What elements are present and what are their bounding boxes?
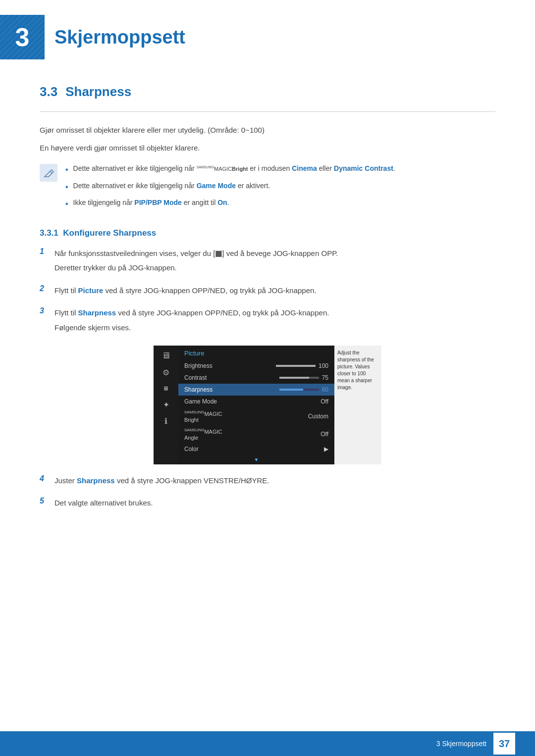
page-header: 3 Skjermoppsett	[0, 0, 535, 69]
note-item-2: • Dette alternativet er ikke tilgjengeli…	[65, 180, 495, 194]
notes-box: • Dette alternativet er ikke tilgjengeli…	[40, 163, 495, 214]
chapter-number: 3	[15, 22, 30, 52]
step-1: 1 Når funksjonsstastveiledningen vises, …	[40, 247, 495, 276]
footer-chapter-label: 3 Skjermoppsett	[436, 740, 486, 748]
on-highlight: On	[217, 199, 227, 206]
magic-bright-value: Custom	[308, 413, 328, 420]
monitor-tooltip: Adjust the sharpness of the picture. Val…	[334, 346, 381, 464]
step-text-3: Flytt til Sharpness ved å styre JOG-knap…	[54, 306, 329, 336]
sharpness-bar-container: 60	[279, 386, 328, 393]
sharpness-highlight-3: Sharpness	[78, 308, 116, 317]
page-footer: 3 Skjermoppsett 37	[0, 731, 535, 756]
step-2: 2 Flytt til Picture ved å styre JOG-knap…	[40, 284, 495, 299]
main-content: 3.3 Sharpness Gjør omrisset til objekter…	[0, 84, 535, 559]
picture-highlight: Picture	[78, 286, 104, 295]
note-text-3: Ikke tilgjengelig når PIP/PBP Mode er an…	[73, 197, 229, 208]
sharpness-label: Sharpness	[184, 386, 213, 393]
chapter-title: Skjermoppsett	[54, 27, 185, 48]
note-item-1: • Dette alternativet er ikke tilgjengeli…	[65, 163, 495, 176]
step-text-1: Når funksjonsstastveiledningen vises, ve…	[54, 247, 338, 276]
subsection-heading: 3.3.1 Konfigurere Sharpness	[40, 228, 495, 238]
magic-bright-label: SAMSUNGMAGICBright	[184, 410, 222, 423]
bullet-2: •	[65, 181, 68, 194]
game-mode-highlight: Game Mode	[197, 182, 236, 190]
subsection-number: 3.3.1	[40, 228, 58, 238]
subsection-title: Konfigurere Sharpness	[63, 228, 156, 238]
pip-pbp-highlight: PIP/PBP Mode	[134, 199, 181, 206]
note-text-2: Dette alternativet er ikke tilgjengelig …	[73, 180, 270, 191]
chapter-block: 3	[0, 15, 45, 59]
step-5: 5 Det valgte alternativet brukes.	[40, 497, 495, 511]
step-number-1: 1	[40, 247, 54, 256]
note-icon	[40, 164, 57, 182]
contrast-label: Contrast	[184, 374, 207, 381]
section-heading: 3.3 Sharpness	[40, 84, 495, 100]
menu-item-brightness: Brightness 100	[178, 360, 334, 372]
step-number-3: 3	[40, 306, 54, 315]
menu-item-color: Color ▶	[178, 443, 334, 455]
section-title: Sharpness	[65, 84, 131, 100]
brightness-bar	[276, 365, 316, 367]
monitor-menu-icon: ≡	[163, 384, 168, 393]
menu-item-magic-angle: SAMSUNGMAGICAngle Off	[178, 425, 334, 443]
body-text-2: En høyere verdi gjør omrisset til objekt…	[40, 142, 495, 154]
monitor-gear2-icon: ✦	[163, 400, 169, 409]
step-3: 3 Flytt til Sharpness ved å styre JOG-kn…	[40, 306, 495, 336]
step-number-5: 5	[40, 497, 54, 505]
step-number-4: 4	[40, 474, 54, 483]
step-text-5: Det valgte alternativet brukes.	[54, 497, 153, 511]
menu-item-magic-bright: SAMSUNGMAGICBright Custom	[178, 407, 334, 425]
monitor-menu-panel: Picture Brightness 100 Contrast	[178, 346, 334, 464]
dynamic-contrast-highlight: Dynamic Contrast	[334, 164, 393, 172]
monitor-display-icon: 🖥	[161, 351, 170, 361]
contrast-value: 75	[322, 374, 328, 381]
sharpness-highlight-4: Sharpness	[77, 476, 115, 485]
monitor-screenshot: 🖥 ⚙ ≡ ✦ ℹ Picture Brightness 100	[154, 346, 381, 464]
footer-page-number: 37	[493, 733, 515, 755]
magic-angle-value: Off	[321, 431, 328, 438]
contrast-bar	[279, 377, 319, 379]
brightness-bar-fill	[276, 365, 316, 367]
game-mode-value: Off	[321, 398, 328, 405]
brightness-bar-container: 100	[276, 362, 328, 369]
brightness-label: Brightness	[184, 362, 213, 369]
monitor-sidebar: 🖥 ⚙ ≡ ✦ ℹ	[154, 346, 178, 464]
bullet-1: •	[65, 163, 68, 176]
cinema-highlight: Cinema	[292, 164, 317, 172]
step-4: 4 Juster Sharpness ved å styre JOG-knapp…	[40, 474, 495, 489]
brightness-value: 100	[319, 362, 328, 369]
body-text-1: Gjør omrisset til objekter klarere eller…	[40, 124, 495, 137]
sharpness-bar	[279, 389, 319, 391]
color-arrow: ▶	[324, 446, 328, 453]
note-item-3: • Ikke tilgjengelig når PIP/PBP Mode er …	[65, 197, 495, 210]
menu-item-game-mode: Game Mode Off	[178, 396, 334, 407]
bullet-3: •	[65, 198, 68, 210]
game-mode-label: Game Mode	[184, 398, 217, 405]
step-number-2: 2	[40, 284, 54, 293]
monitor-menu-title: Picture	[178, 346, 334, 360]
notes-content: • Dette alternativet er ikke tilgjengeli…	[65, 163, 495, 214]
step-text-2: Flytt til Picture ved å styre JOG-knappe…	[54, 284, 317, 299]
samsung-magic-bright-label: SAMSUNGMAGICBright	[197, 166, 248, 172]
scroll-indicator: ▼	[178, 455, 334, 464]
section-number: 3.3	[40, 84, 57, 100]
menu-item-contrast: Contrast 75	[178, 372, 334, 384]
color-label: Color	[184, 446, 199, 453]
magic-angle-label: SAMSUNGMAGICAngle	[184, 428, 222, 441]
menu-item-sharpness: Sharpness 60	[178, 384, 334, 396]
monitor-info-icon: ℹ	[164, 416, 167, 426]
step-text-4: Juster Sharpness ved å styre JOG-knappen…	[54, 474, 269, 489]
sharpness-bar-fill	[279, 389, 303, 391]
contrast-bar-container: 75	[279, 374, 328, 381]
monitor-settings-icon: ⚙	[162, 368, 169, 377]
section-divider	[40, 111, 495, 112]
note-text-1: Dette alternativet er ikke tilgjengelig …	[73, 163, 395, 174]
sharpness-value: 60	[322, 386, 328, 393]
contrast-bar-fill	[279, 377, 309, 379]
